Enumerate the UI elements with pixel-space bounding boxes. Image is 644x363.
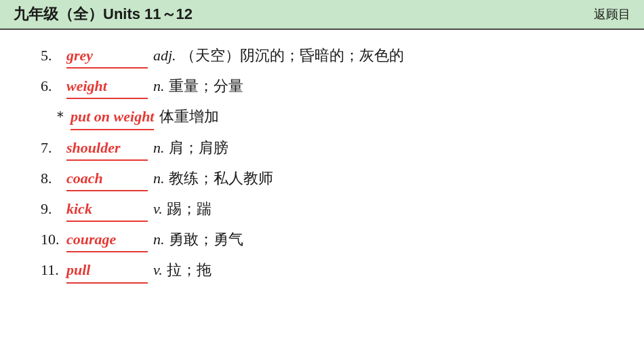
vocab-item-5: 5. grey adj. （天空）阴沉的；昏暗的；灰色的 [41,43,603,69]
item-word-5: grey [66,43,148,69]
item-definition-8: 教练；私人教师 [169,166,273,190]
item-number-6: 6. [41,74,66,98]
phrase-item: ＊ put on weight 体重增加 [53,104,603,130]
item-number-7: 7. [41,136,66,159]
item-definition-5: （天空）阴沉的；昏暗的；灰色的 [180,43,404,67]
page-header: 九年级（全）Units 11～12 返顾目 [0,0,644,30]
item-pos-7: n. [153,136,165,159]
item-word-7: shoulder [66,136,148,161]
vocab-item-8: 8. coach n. 教练；私人教师 [41,166,603,191]
item-word-8: coach [66,166,148,191]
item-definition-6: 重量；分量 [169,74,243,98]
item-definition-7: 肩；肩膀 [169,136,228,159]
item-word-11: pull [66,258,148,283]
item-pos-11: v. [153,258,163,282]
phrase-marker: ＊ [53,104,68,128]
vocab-item-9: 9. kick v. 踢；踹 [41,197,603,222]
item-number-5: 5. [41,43,66,67]
item-number-9: 9. [41,197,66,221]
item-word-10: courage [66,227,148,252]
item-pos-9: v. [153,197,163,221]
header-nav[interactable]: 返顾目 [594,6,630,22]
item-pos-5: adj. [153,43,176,67]
item-pos-8: n. [153,166,165,190]
item-number-10: 10. [41,227,66,251]
phrase-word: put on weight [71,104,154,130]
item-word-6: weight [66,74,148,99]
vocab-item-7: 7. shoulder n. 肩；肩膀 [41,136,603,161]
item-definition-11: 拉；拖 [167,258,212,282]
vocab-item-11: 11. pull v. 拉；拖 [41,258,603,283]
item-word-9: kick [66,197,148,222]
item-definition-9: 踢；踹 [167,197,212,221]
vocab-item-6: 6. weight n. 重量；分量 [41,74,603,99]
header-title: 九年级（全）Units 11～12 [14,4,193,24]
item-number-8: 8. [41,166,66,190]
vocab-item-10: 10. courage n. 勇敢；勇气 [41,227,603,252]
item-number-11: 11. [41,258,66,282]
main-content: 5. grey adj. （天空）阴沉的；昏暗的；灰色的 6. weight n… [0,30,644,296]
item-pos-10: n. [153,227,165,251]
item-definition-10: 勇敢；勇气 [169,227,243,251]
item-pos-6: n. [153,74,165,98]
phrase-definition: 体重增加 [159,104,219,128]
